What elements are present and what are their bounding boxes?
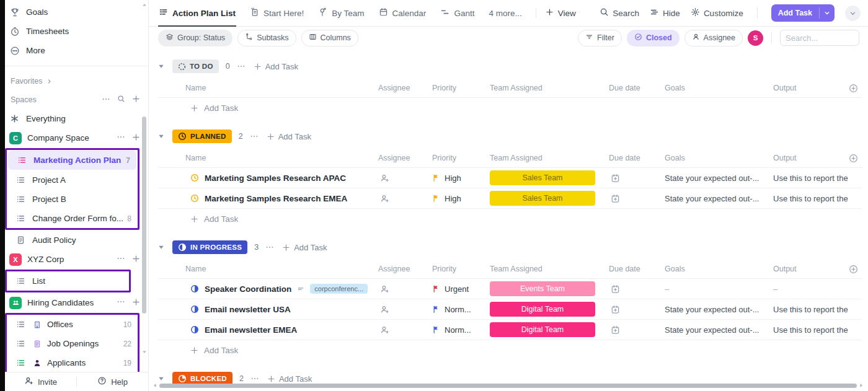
collapse-header-button[interactable] bbox=[845, 6, 861, 21]
add-column-icon[interactable] bbox=[849, 265, 862, 274]
add-task-row[interactable]: Add Task bbox=[158, 340, 862, 360]
sidebar-item-goals[interactable]: Goals bbox=[5, 2, 148, 22]
group-more-icon[interactable] bbox=[250, 374, 259, 383]
sidebar-list-list[interactable]: List bbox=[7, 271, 129, 291]
task-row[interactable]: Email newsletter EMEANorm...Digital Team… bbox=[158, 320, 862, 340]
sidebar-scrollbar[interactable] bbox=[141, 1, 147, 371]
add-task-row[interactable]: Add Task bbox=[158, 209, 862, 229]
assignee-cell[interactable] bbox=[378, 194, 432, 203]
user-avatar[interactable]: S bbox=[748, 30, 763, 46]
spaces-more-icon[interactable] bbox=[102, 95, 110, 105]
tab-by-team[interactable]: By Team bbox=[317, 0, 365, 26]
goals-cell[interactable]: – bbox=[665, 284, 773, 294]
chevron-down-icon[interactable] bbox=[820, 4, 835, 22]
assignee-cell[interactable] bbox=[378, 284, 432, 294]
column-header[interactable]: Due date bbox=[609, 84, 665, 92]
column-header[interactable]: Assignee bbox=[378, 154, 432, 162]
task-title[interactable]: Marketing Samples Research APAC bbox=[205, 174, 346, 183]
scroll-right-icon[interactable] bbox=[859, 383, 864, 388]
column-header[interactable]: Name bbox=[158, 265, 378, 273]
collapse-group-icon[interactable] bbox=[158, 376, 165, 382]
due-date-cell[interactable] bbox=[609, 194, 665, 203]
hide-button[interactable]: Hide bbox=[650, 7, 680, 19]
column-header[interactable]: Team Assigned bbox=[490, 265, 609, 273]
column-header[interactable]: Due date bbox=[609, 154, 665, 162]
space-row-company-space[interactable]: C Company Space bbox=[5, 128, 148, 147]
sidebar-list-project-b[interactable]: Project B bbox=[7, 190, 138, 209]
assignee-cell[interactable] bbox=[378, 305, 432, 314]
due-date-cell[interactable] bbox=[609, 284, 665, 294]
add-column-icon[interactable] bbox=[849, 84, 862, 93]
group-more-icon[interactable] bbox=[237, 62, 246, 71]
horizontal-scrollbar-thumb[interactable] bbox=[159, 384, 857, 388]
collapse-group-icon[interactable] bbox=[158, 63, 165, 69]
priority-cell[interactable]: High bbox=[432, 194, 490, 203]
tab-calendar[interactable]: Calendar bbox=[378, 0, 427, 26]
goals-cell[interactable]: State your expected out-... bbox=[665, 325, 773, 335]
add-task-button[interactable]: Add Task bbox=[771, 4, 835, 22]
space-more-icon[interactable] bbox=[117, 297, 125, 308]
assignee-pill[interactable]: Assignee bbox=[684, 30, 743, 46]
horizontal-scrollbar[interactable] bbox=[153, 383, 864, 388]
assignee-cell[interactable] bbox=[378, 174, 432, 183]
add-view-button[interactable]: View bbox=[545, 0, 577, 26]
sidebar-list-applicants[interactable]: Applicants 19 bbox=[7, 353, 138, 372]
group-add-task-button[interactable]: Add Task bbox=[267, 374, 312, 384]
filter-pill[interactable]: Filter bbox=[578, 30, 622, 46]
columns-pill[interactable]: Columns bbox=[301, 30, 358, 46]
priority-cell[interactable]: High bbox=[432, 174, 490, 183]
scroll-down-icon[interactable] bbox=[142, 349, 147, 354]
column-header[interactable]: Priority bbox=[432, 154, 490, 162]
team-pill[interactable]: Sales Team bbox=[490, 191, 595, 206]
collapse-group-icon[interactable] bbox=[158, 244, 165, 250]
output-cell[interactable]: – bbox=[773, 284, 849, 294]
task-row[interactable]: Email newsletter USANorm...Digital TeamS… bbox=[158, 299, 862, 320]
priority-cell[interactable]: Urgent bbox=[432, 284, 490, 294]
task-tag[interactable]: corpconferenc... bbox=[310, 284, 368, 294]
sidebar-scrollbar-thumb[interactable] bbox=[142, 116, 146, 314]
column-header[interactable]: Assignee bbox=[378, 84, 432, 92]
column-header[interactable]: Name bbox=[158, 84, 378, 92]
column-header[interactable]: Priority bbox=[432, 265, 490, 273]
output-cell[interactable]: Use this to report the re... bbox=[773, 194, 849, 203]
scroll-left-icon[interactable] bbox=[153, 383, 157, 388]
spaces-section-header[interactable]: Spaces bbox=[5, 90, 148, 109]
subtasks-pill[interactable]: Subtasks bbox=[237, 30, 296, 46]
space-add-icon[interactable] bbox=[132, 298, 140, 308]
goals-cell[interactable]: State your expected out-... bbox=[665, 305, 773, 314]
task-row[interactable]: Marketing Samples Research APACHighSales… bbox=[158, 168, 862, 188]
task-title[interactable]: Marketing Samples Research EMEA bbox=[205, 194, 347, 203]
column-header[interactable]: Goals bbox=[665, 154, 773, 162]
invite-button[interactable]: Invite bbox=[5, 376, 76, 387]
team-pill[interactable]: Sales Team bbox=[490, 170, 595, 185]
output-cell[interactable]: Use this to report the re... bbox=[773, 305, 849, 314]
closed-pill[interactable]: Closed bbox=[627, 30, 680, 46]
due-date-cell[interactable] bbox=[609, 325, 665, 335]
spaces-search-icon[interactable] bbox=[117, 95, 125, 105]
task-title[interactable]: Email newsletter USA bbox=[205, 305, 291, 314]
assignee-cell[interactable] bbox=[378, 325, 432, 335]
column-header[interactable]: Priority bbox=[432, 84, 490, 92]
goals-cell[interactable]: State your expected out-... bbox=[665, 194, 773, 203]
spaces-add-icon[interactable] bbox=[132, 95, 140, 105]
group-add-task-button[interactable]: Add Task bbox=[267, 132, 311, 141]
sidebar-item-audit-policy[interactable]: Audit Policy bbox=[5, 231, 148, 250]
task-status-icon[interactable] bbox=[190, 174, 199, 182]
group-add-task-button[interactable]: Add Task bbox=[254, 62, 298, 71]
space-more-icon[interactable] bbox=[117, 133, 125, 143]
space-add-icon[interactable] bbox=[132, 255, 140, 265]
column-header[interactable]: Output bbox=[773, 154, 849, 162]
group-add-task-button[interactable]: Add Task bbox=[282, 243, 327, 252]
task-row[interactable]: Marketing Samples Research EMEAHighSales… bbox=[158, 188, 862, 209]
priority-cell[interactable]: Norm... bbox=[432, 325, 490, 335]
favorites-section[interactable]: Favorites bbox=[5, 72, 148, 90]
column-header[interactable]: Goals bbox=[665, 265, 773, 273]
output-cell[interactable]: Use this to report the re... bbox=[773, 325, 849, 335]
task-search-input[interactable] bbox=[780, 30, 859, 46]
due-date-cell[interactable] bbox=[609, 305, 665, 314]
column-header[interactable]: Output bbox=[773, 84, 849, 92]
column-header[interactable]: Due date bbox=[609, 265, 665, 273]
task-title[interactable]: Speaker Coordination bbox=[205, 284, 291, 294]
column-header[interactable]: Output bbox=[773, 265, 849, 273]
column-header[interactable]: Team Assigned bbox=[490, 154, 609, 162]
